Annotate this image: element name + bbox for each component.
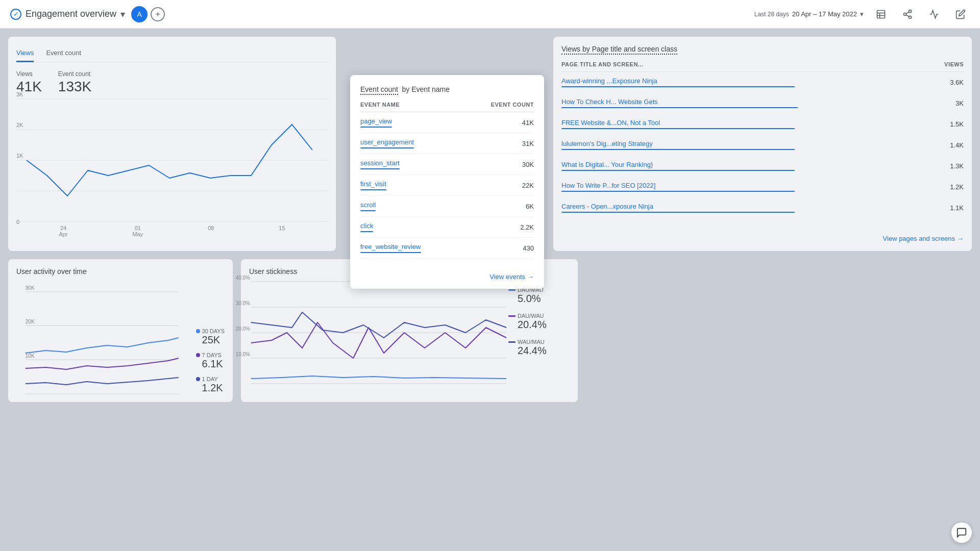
event-table: EVENT NAME EVENT COUNT page_view 41K use… <box>360 102 534 259</box>
svg-text:10.0%: 10.0% <box>236 352 250 357</box>
title-text: Engagement overview <box>26 9 116 19</box>
views-page-link[interactable]: How To Check H... Website Gets <box>561 98 955 108</box>
views-page-underline <box>561 128 795 129</box>
event-name-link[interactable]: user_engagement <box>360 138 414 148</box>
views-row: Careers - Open...xposure Ninja 1.1K <box>561 197 964 218</box>
add-button[interactable]: + <box>151 7 165 21</box>
page-title-text: How To Write P...for SEO [2022] <box>561 182 950 189</box>
tab-views[interactable]: Views <box>16 45 34 62</box>
views-page-underline <box>561 170 795 171</box>
value-1day: 1.2K <box>202 382 225 394</box>
views-rows: Award-winning ...Exposure Ninja 3.6K How… <box>561 72 964 218</box>
svg-text:2K: 2K <box>16 122 23 128</box>
svg-text:30.0%: 30.0% <box>236 300 250 306</box>
us-legend-daumau: DAU/MAU 5.0% <box>508 287 570 305</box>
views-card-header: Views by Page title and screen class <box>561 45 964 53</box>
label-7days: 7 DAYS <box>202 352 222 358</box>
event-name-link[interactable]: page_view <box>360 117 392 128</box>
arrow-icon: → <box>527 273 534 281</box>
views-count-value: 1.1K <box>950 204 964 212</box>
views-page-underline <box>561 86 795 87</box>
views-page-link[interactable]: How To Write P...for SEO [2022] <box>561 182 950 192</box>
svg-point-5 <box>904 13 906 15</box>
tab-event-count[interactable]: Event count <box>46 45 81 62</box>
stat-views-label: Views <box>16 70 42 78</box>
page-title-text: Careers - Open...xposure Ninja <box>561 203 950 210</box>
views-row: FREE Website &...ON, Not a Tool 1.5K <box>561 114 964 135</box>
label-waumau: WAU/MAU <box>518 339 545 345</box>
views-card-title: Views by Page title and screen class <box>561 45 677 55</box>
us-chart: 40.0% 30.0% 20.0% 10.0% <box>249 282 508 384</box>
event-count-value: 22K <box>522 182 534 189</box>
event-rows: page_view 41K user_engagement 31K sessio… <box>360 112 534 259</box>
svg-text:20K: 20K <box>26 319 35 324</box>
views-page-link[interactable]: Award-winning ...Exposure Ninja <box>561 77 950 87</box>
col-views: VIEWS <box>944 61 964 67</box>
share-icon[interactable] <box>898 5 917 23</box>
event-name-text: user_engagement <box>360 138 414 146</box>
svg-text:10K: 10K <box>26 353 35 359</box>
value-7days: 6.1K <box>202 358 225 370</box>
header: ✓ Engagement overview ▾ A + Last 28 days… <box>0 0 980 29</box>
user-activity-content: 30K 20K 10K <box>16 282 225 394</box>
event-count-value: 41K <box>522 119 534 127</box>
event-row: session_start 30K <box>360 154 534 175</box>
page-title-text: lululemon's Dig...eting Strategy <box>561 140 950 147</box>
event-name-link[interactable]: first_visit <box>360 180 386 190</box>
page-title: ✓ Engagement overview ▾ <box>10 9 125 20</box>
ua-legend-30days: 30 DAYS 25K <box>196 328 225 346</box>
views-page-underline <box>561 191 795 192</box>
view-pages-link[interactable]: View pages and screens → <box>883 235 964 242</box>
views-count-value: 1.5K <box>950 120 964 128</box>
label-dauwau: DAU/WAU <box>518 313 544 319</box>
dropdown-icon[interactable]: ▾ <box>120 9 125 20</box>
avatar[interactable]: A <box>131 6 148 22</box>
event-name-link[interactable]: click <box>360 222 373 232</box>
stat-event-label: Event count <box>58 70 91 78</box>
event-count-title: Event count <box>360 85 398 95</box>
views-page-underline <box>561 149 795 150</box>
label-30days: 30 DAYS <box>202 328 225 334</box>
event-name-text: first_visit <box>360 180 386 188</box>
event-table-header: EVENT NAME EVENT COUNT <box>360 102 534 112</box>
event-name-link[interactable]: scroll <box>360 201 376 211</box>
analytics-icon[interactable] <box>925 5 943 23</box>
views-page-link[interactable]: FREE Website &...ON, Not a Tool <box>561 119 950 129</box>
event-name-link[interactable]: session_start <box>360 159 400 169</box>
views-table: PAGE TITLE AND SCREEN... VIEWS Award-win… <box>561 61 964 218</box>
date-range: Last 28 days 20 Apr – 17 May 2022 ▾ <box>754 10 864 18</box>
view-events-link[interactable]: View events → <box>489 273 534 281</box>
edit-icon[interactable] <box>951 5 970 23</box>
views-page-link[interactable]: What is Digital... Your Ranking) <box>561 161 950 171</box>
event-row: scroll 6K <box>360 196 534 217</box>
views-page-link[interactable]: lululemon's Dig...eting Strategy <box>561 140 950 150</box>
us-content: 40.0% 30.0% 20.0% 10.0% <box>249 282 570 394</box>
bar-waumau <box>508 341 516 343</box>
ua-chart: 30K 20K 10K <box>16 292 188 394</box>
views-page-link[interactable]: Careers - Open...xposure Ninja <box>561 203 950 213</box>
event-row: page_view 41K <box>360 112 534 133</box>
views-page-underline <box>561 212 795 213</box>
page-title-text: FREE Website &...ON, Not a Tool <box>561 119 950 127</box>
event-count-value: 2.2K <box>520 223 534 231</box>
event-name-text: free_website_review <box>360 243 421 251</box>
chat-button[interactable] <box>951 522 972 543</box>
event-row: free_website_review 430 <box>360 238 534 259</box>
table-icon[interactable] <box>872 5 890 23</box>
event-name-underline <box>360 127 392 128</box>
svg-text:20.0%: 20.0% <box>236 326 250 332</box>
dot-30days <box>196 329 200 333</box>
svg-rect-0 <box>877 10 885 18</box>
views-count-value: 3K <box>955 99 964 107</box>
event-count-card: Event count by Event name EVENT NAME EVE… <box>350 75 544 289</box>
event-name-underline <box>360 147 414 148</box>
ua-legend: 30 DAYS 25K 7 DAYS 6.1K <box>196 323 225 394</box>
event-card-header: Event count by Event name <box>360 85 534 93</box>
x-label-08: 08 <box>208 225 214 237</box>
event-name-underline <box>360 189 386 190</box>
views-count-value: 1.2K <box>950 183 964 191</box>
views-row: How To Check H... Website Gets 3K <box>561 93 964 114</box>
main-chart-card: Views Event count Views 41K Event count … <box>8 37 336 251</box>
event-name-link[interactable]: free_website_review <box>360 243 421 253</box>
date-dropdown-icon[interactable]: ▾ <box>860 10 864 18</box>
